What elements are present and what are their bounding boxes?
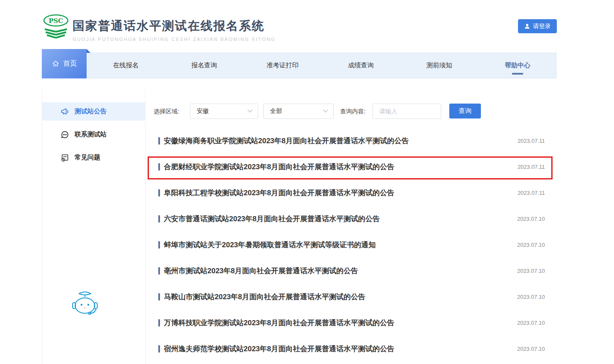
announcement-title[interactable]: 亳州市测试站2023年8月面向社会开展普通话水平测试的公告 (164, 266, 358, 276)
nav-item-signup-query[interactable]: 报名查询 (165, 52, 244, 78)
announcement-date: 2023.07.11 (509, 164, 545, 170)
sidebar-item-label: 测试站公告 (75, 107, 107, 116)
announcement-list: 安徽绿海商务职业学院测试站2023年8月面向社会开展普通话水平测试的公告 202… (146, 128, 557, 362)
home-icon (52, 60, 60, 68)
keyword-filter-label: 查询内容: (340, 104, 366, 119)
announcement-row[interactable]: 安徽绿海商务职业学院测试站2023年8月面向社会开展普通话水平测试的公告 202… (153, 128, 553, 154)
announcement-date: 2023.07.10 (509, 294, 545, 300)
announcement-date: 2023.07.10 (509, 242, 545, 248)
row-marker (158, 215, 160, 222)
filter-row: 选择区域: 安徽 全部 查询内容: 查询 (146, 104, 557, 119)
nav-items: 在线报名 报名查询 准考证打印 成绩查询 测前须知 帮助中心 (87, 52, 557, 78)
row-marker (158, 267, 160, 274)
nav-item-label: 在线报名 (113, 61, 139, 69)
nav-item-label: 帮助中心 (505, 61, 530, 69)
user-icon (524, 23, 530, 29)
announcement-row[interactable]: 亳州市测试站2023年8月面向社会开展普通话水平测试的公告 2023.07.10 (153, 258, 553, 284)
nav-home-label: 首页 (63, 59, 77, 68)
sidebar-item-station-announcements[interactable]: 测试站公告 (42, 102, 145, 121)
nav-item-help-center[interactable]: 帮助中心 (478, 52, 557, 78)
announcement-date: 2023.07.10 (509, 216, 545, 222)
sidebar-item-contact-station[interactable]: 联系测试站 (42, 125, 145, 144)
announcement-title[interactable]: 安徽绿海商务职业学院测试站2023年8月面向社会开展普通话水平测试的公告 (164, 136, 409, 146)
nav-item-online-signup[interactable]: 在线报名 (87, 52, 165, 78)
region-select-value: 安徽 (197, 107, 209, 115)
announcement-row[interactable]: 万博科技职业学院测试站2023年8月面向社会开展普通话水平测试的公告 2023.… (153, 310, 553, 336)
region-select[interactable]: 安徽 (190, 104, 258, 119)
page: PSC 国家普通话水平测试在线报名系统 GUOJIA PUTONGHUA SHU… (0, 0, 614, 364)
announcement-title[interactable]: 阜阳科技工程学校测试站2023年8月面向社会开展普通话水平测试的公告 (164, 188, 394, 198)
announcement-row[interactable]: 阜阳科技工程学校测试站2023年8月面向社会开展普通话水平测试的公告 2023.… (153, 180, 553, 206)
nav-item-pretest-notice[interactable]: 测前须知 (400, 52, 479, 78)
logo-abbr: PSC (49, 17, 63, 25)
faq-document-icon (61, 153, 69, 162)
announcement-title[interactable]: 宿州逸夫师范学校测试站2023年8月面向社会开展普通话水平测试的公告 (164, 344, 394, 354)
search-button[interactable]: 查询 (449, 104, 481, 118)
announcement-row[interactable]: 宿州逸夫师范学校测试站2023年8月面向社会开展普通话水平测试的公告 2023.… (153, 336, 553, 362)
nav-tab-home[interactable]: 首页 (42, 49, 87, 78)
announcement-date: 2023.07.10 (509, 320, 545, 326)
sidebar-item-label: 常见问题 (75, 153, 100, 162)
announcement-title[interactable]: 马鞍山市测试站2023年8月面向社会开展普通话水平测试的公告 (164, 292, 365, 302)
chevron-down-icon (323, 110, 328, 113)
category-select[interactable]: 全部 (263, 104, 334, 119)
nav-item-score-query[interactable]: 成绩查询 (322, 52, 400, 78)
nav-item-label: 测前须知 (427, 61, 452, 69)
megaphone-icon (61, 107, 69, 116)
category-select-value: 全部 (270, 107, 282, 115)
row-marker (158, 345, 160, 352)
nav-item-label: 成绩查询 (348, 61, 374, 69)
announcement-title[interactable]: 合肥财经职业学院测试站2023年8月面向社会开展普通话水平测试的公告 (164, 162, 394, 172)
announcement-row[interactable]: 六安市普通话测试站2023年8月面向社会开展普通话水平测试的公告 2023.07… (153, 206, 553, 232)
site-title-block: 国家普通话水平测试在线报名系统 GUOJIA PUTONGHUA SHUIPIN… (73, 18, 276, 42)
tab-fold-decoration (87, 49, 90, 53)
row-marker (158, 137, 160, 144)
psc-logo-icon: PSC (43, 14, 69, 40)
chat-bubble-icon (61, 130, 69, 139)
chevron-down-icon (247, 110, 253, 113)
nav-item-label: 准考证打印 (267, 61, 299, 69)
site-title: 国家普通话水平测试在线报名系统 (73, 18, 276, 34)
announcement-row[interactable]: 蚌埠市测试站关于2023年暑期领取普通话水平测试等级证书的通知 2023.07.… (153, 232, 553, 258)
row-marker (158, 293, 160, 300)
region-filter-label: 选择区域: (154, 104, 179, 119)
announcement-row[interactable]: 马鞍山市测试站2023年8月面向社会开展普通话水平测试的公告 2023.07.1… (153, 284, 553, 310)
row-marker (158, 241, 160, 248)
announcement-title[interactable]: 万博科技职业学院测试站2023年8月面向社会开展普通话水平测试的公告 (164, 318, 394, 328)
announcement-date: 2023.07.11 (509, 138, 545, 144)
announcement-date: 2023.07.10 (509, 268, 545, 274)
login-button[interactable]: 请登录 (518, 19, 557, 33)
login-label: 请登录 (533, 23, 551, 30)
site-subtitle: GUOJIA PUTONGHUA SHUIPING CESHI ZAIXIAN … (73, 37, 276, 42)
announcement-title[interactable]: 蚌埠市测试站关于2023年暑期领取普通话水平测试等级证书的通知 (164, 240, 376, 250)
main-nav: 首页 在线报名 报名查询 准考证打印 成绩查询 测前须知 帮助中心 (42, 52, 557, 78)
sidebar-item-label: 联系测试站 (75, 130, 107, 139)
announcement-row-highlighted[interactable]: 合肥财经职业学院测试站2023年8月面向社会开展普通话水平测试的公告 2023.… (153, 154, 553, 180)
row-marker (158, 163, 160, 170)
row-marker (158, 319, 160, 326)
sidebar-item-faq[interactable]: 常见问题 (42, 148, 145, 167)
nav-item-label: 报名查询 (192, 61, 217, 69)
announcement-title[interactable]: 六安市普通话测试站2023年8月面向社会开展普通话水平测试的公告 (164, 214, 380, 224)
announcement-date: 2023.07.10 (509, 346, 545, 352)
announcement-date: 2023.07.11 (509, 190, 545, 196)
sidebar: 测试站公告 联系测试站 常见问题 (42, 90, 145, 364)
row-marker (158, 189, 160, 196)
keyword-input[interactable] (372, 104, 441, 119)
chatbot-assistant-icon[interactable] (69, 289, 101, 318)
nav-item-admission-print[interactable]: 准考证打印 (243, 52, 322, 78)
